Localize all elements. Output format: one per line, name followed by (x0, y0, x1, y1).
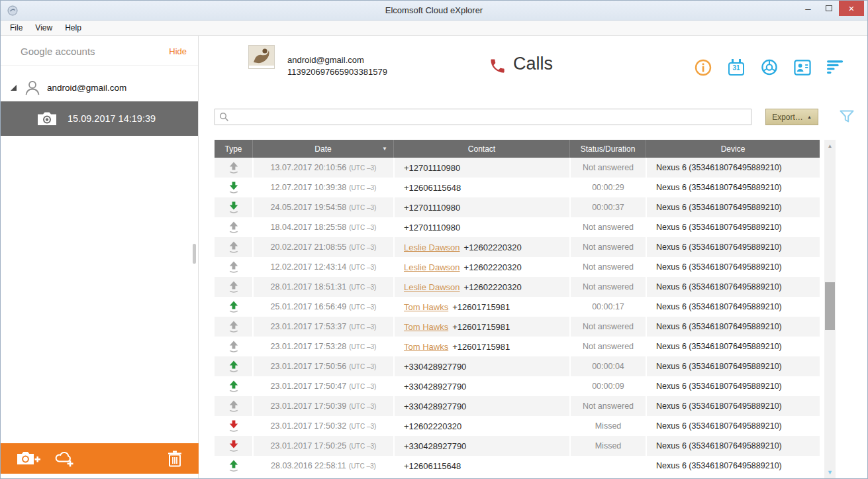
call-date: 28.01.2017 18:51:31(UTC –3) (252, 277, 393, 297)
call-row[interactable]: 23.01.2017 17:50:25(UTC –3)+330428927790… (215, 436, 820, 456)
call-date: 23.01.2017 17:50:56(UTC –3) (252, 356, 393, 376)
minimize-button[interactable]: – (798, 1, 818, 16)
menu-file[interactable]: File (10, 23, 23, 32)
menu-help[interactable]: Help (65, 23, 81, 32)
call-device: Nexus 6 (3534618076495889210) (646, 376, 820, 396)
call-date: 20.02.2017 21:08:55(UTC –3) (252, 237, 393, 257)
call-row[interactable]: 12.02.2017 12:43:14(UTC –3)Leslie Dawson… (215, 257, 820, 277)
call-row[interactable]: 23.01.2017 17:53:28(UTC –3)Tom Hawks+126… (215, 337, 820, 356)
calendar-icon[interactable]: 31 (728, 58, 745, 76)
call-status: Not answered (569, 337, 646, 356)
call-contact: +12701110980 (393, 217, 569, 237)
call-row[interactable]: 24.05.2017 19:54:58(UTC –3)+127011109800… (215, 197, 820, 217)
scrollbar-up-arrow[interactable]: ▲ (824, 141, 836, 150)
call-row[interactable]: 20.02.2017 21:08:55(UTC –3)Leslie Dawson… (215, 237, 820, 257)
call-contact: Leslie Dawson+12602220320 (393, 277, 569, 297)
call-date: 28.03.2016 22:58:11(UTC –3) (252, 456, 393, 476)
add-cloud-snapshot-button[interactable] (54, 450, 75, 467)
contact-number: +12601715981 (452, 302, 510, 312)
contacts-icon[interactable] (794, 58, 811, 76)
snapshot-camera-icon (36, 111, 58, 127)
contact-number: +12601715981 (452, 322, 510, 332)
page-title: Calls (513, 54, 553, 74)
call-device: Nexus 6 (3534618076495889210) (646, 297, 820, 317)
contact-name-link[interactable]: Leslie Dawson (404, 282, 460, 292)
call-device: Nexus 6 (3534618076495889210) (646, 237, 820, 257)
contact-number: +12601715981 (452, 342, 510, 352)
contact-name-link[interactable]: Leslie Dawson (404, 242, 460, 252)
call-row[interactable]: 13.07.2017 20:10:56(UTC –3)+12701110980N… (215, 158, 820, 178)
call-contact: +330428927790 (393, 396, 569, 416)
call-contact: Tom Hawks+12601715981 (393, 297, 569, 317)
call-device: Nexus 6 (3534618076495889210) (646, 197, 820, 217)
calendar-icon-frame: 31 (728, 62, 744, 76)
call-type-icon-outgoing-not-answered (215, 277, 252, 297)
contact-name-link[interactable]: Leslie Dawson (404, 262, 460, 272)
contact-number: +12602220320 (464, 242, 522, 252)
contact-number: +330428927790 (404, 382, 466, 392)
call-row[interactable]: 28.03.2016 22:58:11(UTC –3)+12606115648N… (215, 456, 820, 476)
call-contact: +12602220320 (393, 416, 569, 436)
call-type-icon-outgoing-not-answered (215, 237, 252, 257)
search-input[interactable] (233, 113, 751, 122)
call-row[interactable]: 23.01.2017 17:53:37(UTC –3)Tom Hawks+126… (215, 317, 820, 337)
column-header-device[interactable]: Device (646, 140, 820, 158)
call-type-icon-outgoing-not-answered (215, 396, 252, 416)
filter-funnel-icon[interactable] (840, 110, 854, 126)
calls-phone-icon (489, 57, 506, 78)
export-button[interactable]: Export… ▲ (765, 109, 818, 125)
call-row[interactable]: 28.01.2017 18:51:31(UTC –3)Leslie Dawson… (215, 277, 820, 297)
call-contact: Tom Hawks+12601715981 (393, 317, 569, 337)
call-row[interactable]: 12.07.2017 10:39:38(UTC –3)+126061156480… (215, 178, 820, 197)
sidebar: Google accounts Hide android@gmail.com 1… (1, 36, 199, 478)
contact-name-link[interactable]: Tom Hawks (404, 302, 448, 312)
call-row[interactable]: 23.01.2017 17:50:56(UTC –3)+330428927790… (215, 356, 820, 376)
window-controls: – × (798, 1, 864, 16)
call-device: Nexus 6 (3534618076495889210) (646, 257, 820, 277)
call-status: Not answered (569, 317, 646, 337)
call-status (569, 456, 646, 476)
hide-link[interactable]: Hide (169, 46, 187, 56)
call-row[interactable]: 18.04.2017 18:25:58(UTC –3)+12701110980N… (215, 217, 820, 237)
add-snapshot-camera-button[interactable] (17, 450, 40, 467)
contact-name-link[interactable]: Tom Hawks (404, 322, 448, 332)
call-row[interactable]: 23.01.2017 17:50:47(UTC –3)+330428927790… (215, 376, 820, 396)
call-contact: +12606115648 (393, 178, 569, 197)
snapshot-item-selected[interactable]: 15.09.2017 14:19:39 (1, 101, 198, 136)
maximize-button[interactable] (818, 1, 839, 16)
scrollbar-thumb[interactable] (825, 282, 835, 330)
sort-desc-icon: ▼ (382, 146, 387, 152)
date-header-label: Date (314, 144, 331, 154)
call-status: Missed (569, 416, 646, 436)
call-type-icon-outgoing-not-answered (215, 217, 252, 237)
chrome-icon[interactable] (761, 58, 778, 76)
info-icon[interactable] (695, 58, 712, 76)
column-header-date[interactable]: Date▼ (252, 140, 393, 158)
column-header-contact[interactable]: Contact (393, 140, 569, 158)
scrollbar-down-arrow[interactable]: ▼ (824, 468, 836, 477)
call-device: Nexus 6 (3534618076495889210) (646, 277, 820, 297)
call-row[interactable]: 23.01.2017 17:50:32(UTC –3)+12602220320M… (215, 416, 820, 436)
call-date: 12.02.2017 12:43:14(UTC –3) (252, 257, 393, 277)
sidebar-scrollbar-thumb[interactable] (193, 244, 196, 264)
call-row[interactable]: 23.01.2017 17:50:39(UTC –3)+330428927790… (215, 396, 820, 416)
account-row[interactable]: android@gmail.com (1, 74, 198, 101)
call-status: 00:00:17 (569, 297, 646, 317)
contact-name-link[interactable]: Tom Hawks (404, 342, 448, 352)
expander-icon[interactable] (11, 85, 17, 91)
call-row[interactable]: 25.01.2017 16:56:49(UTC –3)Tom Hawks+126… (215, 297, 820, 317)
column-header-type[interactable]: Type (215, 140, 252, 158)
call-contact: Tom Hawks+12601715981 (393, 337, 569, 356)
main-panel: android@gmail.com 113920697665903381579 … (199, 36, 867, 478)
column-header-status[interactable]: Status/Duration (569, 140, 646, 158)
delete-snapshot-button[interactable] (167, 450, 183, 468)
call-type-icon-outgoing-answered (215, 376, 252, 396)
sidebar-title: Google accounts (21, 46, 95, 57)
call-status: 00:00:37 (569, 197, 646, 217)
close-button[interactable]: × (839, 1, 864, 16)
table-scrollbar[interactable]: ▲ ▼ (824, 140, 836, 478)
cloud-plus-icon (54, 450, 75, 467)
menu-lines-icon[interactable] (827, 58, 844, 76)
menu-view[interactable]: View (35, 23, 52, 32)
account-email: android@gmail.com (287, 55, 364, 65)
